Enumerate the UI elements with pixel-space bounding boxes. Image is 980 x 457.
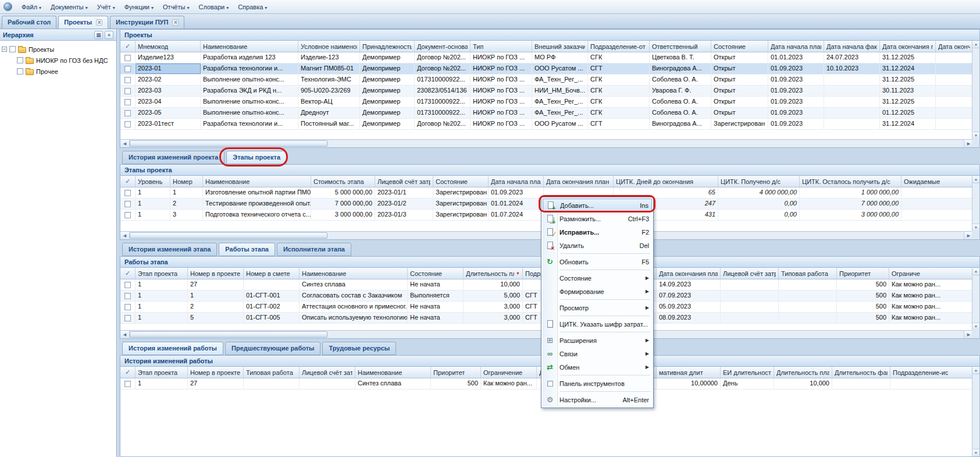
column-header[interactable]: Ответственный [650, 41, 711, 52]
column-header[interactable]: Состояние [408, 268, 464, 279]
section-tab[interactable]: Работы этапа [219, 243, 275, 256]
column-header[interactable]: Дата начала план [489, 176, 544, 187]
column-header[interactable]: Длительность пла [774, 367, 832, 378]
section-tab[interactable]: История изменений работы [122, 342, 223, 355]
window-tab-2[interactable]: Проекты [58, 16, 108, 29]
tree-item-root[interactable]: Проекты [2, 44, 115, 55]
context-menu-item[interactable]: Настройки...Alt+Enter [543, 393, 652, 406]
column-header[interactable]: ✓ [120, 367, 136, 378]
context-menu-item[interactable]: Просмотр [543, 301, 652, 314]
context-menu-item[interactable]: Состояние [543, 271, 652, 285]
column-header[interactable]: Номер в проекте [188, 367, 244, 378]
column-header[interactable]: Подразделение-ис [890, 367, 973, 378]
column-header[interactable]: Ожидаемые [901, 176, 973, 187]
context-menu-item[interactable]: Исправить...F2 [543, 225, 652, 239]
column-header[interactable]: ЕИ длительности [721, 367, 774, 378]
context-menu-item[interactable]: Формирование [543, 285, 652, 298]
column-header[interactable]: Приоритет [837, 268, 889, 279]
row-checkbox[interactable] [124, 121, 131, 127]
scroll-left-icon[interactable] [120, 140, 130, 147]
column-header[interactable]: Ограничение [481, 367, 537, 378]
row-checkbox[interactable] [124, 293, 131, 299]
scrollbar-thumb[interactable] [130, 331, 327, 338]
column-header[interactable]: ЦИТК. Получено д/с [718, 176, 800, 187]
column-header[interactable]: Типовая работа [244, 367, 300, 378]
menubar-item-6[interactable]: Словари [194, 1, 233, 13]
horizontal-scrollbar[interactable] [120, 139, 973, 147]
vertical-scrollbar[interactable] [972, 41, 979, 139]
table-row[interactable]: 2023-04Выполнение опытно-конс...Вектор-А… [120, 97, 973, 108]
scroll-left-icon[interactable] [120, 232, 130, 239]
row-checkbox[interactable] [124, 190, 131, 196]
tree-item-1[interactable]: НИОКР по ГОЗ без НДС [17, 55, 115, 66]
column-header[interactable]: Дата начала факт [824, 41, 880, 52]
column-header[interactable]: ЦИТК. Дней до окончания [614, 176, 718, 187]
context-menu-item[interactable]: Расширения [543, 334, 652, 347]
context-menu-item[interactable]: Панель инструментов [543, 377, 652, 390]
window-tab-1[interactable]: Рабочий стол [2, 16, 56, 29]
scroll-up-icon[interactable] [972, 41, 979, 48]
row-checkbox[interactable] [124, 282, 131, 288]
row-checkbox[interactable] [124, 66, 131, 72]
context-menu-item[interactable]: Добавить...Ins [543, 199, 652, 212]
row-checkbox[interactable] [124, 55, 131, 61]
menubar-item-2[interactable]: Документы [46, 1, 92, 13]
table-row[interactable]: 2023-03Разработка ЭКД и РКД н...905-U020… [120, 86, 973, 97]
column-header[interactable]: Номер [170, 176, 203, 187]
column-header[interactable]: Лицевой счёт затр [721, 268, 779, 279]
column-header[interactable]: Наименование [203, 176, 311, 187]
row-checkbox[interactable] [124, 304, 131, 310]
column-header[interactable]: мативная длит [657, 367, 721, 378]
row-checkbox[interactable] [124, 212, 131, 218]
column-header[interactable]: Наименование [300, 268, 408, 279]
column-header[interactable]: Состояние [433, 176, 489, 187]
window-tab-3[interactable]: Инструкции ПУП [110, 16, 184, 29]
context-menu-item[interactable]: УдалитьDel [543, 239, 652, 252]
context-menu-item[interactable]: Размножить...Ctrl+F3 [543, 212, 652, 225]
column-header[interactable]: Наименование [355, 367, 431, 378]
vertical-scrollbar[interactable] [972, 268, 979, 330]
column-header[interactable]: Дата окончания пл [880, 41, 936, 52]
tree-item-2[interactable]: Прочее [17, 66, 115, 77]
column-header[interactable]: Состояние [711, 41, 768, 52]
menubar-item-5[interactable]: Отчёты [158, 1, 194, 13]
column-header[interactable]: Длительность план [464, 268, 523, 279]
column-header[interactable]: Ограниче [889, 268, 973, 279]
column-header[interactable]: Подразделение-от [588, 41, 650, 52]
column-header[interactable]: Мнемокод [136, 41, 201, 52]
column-header[interactable]: ✓ [120, 176, 136, 187]
column-header[interactable]: Этап проекта [136, 268, 188, 279]
scrollbar-thumb[interactable] [130, 232, 327, 239]
column-header[interactable]: Внешний заказчик [532, 41, 588, 52]
collapse-node-icon[interactable] [2, 47, 7, 52]
scroll-up-icon[interactable] [972, 367, 979, 374]
scroll-down-icon[interactable] [972, 323, 979, 330]
tree-checkbox[interactable] [17, 57, 23, 63]
grid-view-icon[interactable] [94, 31, 103, 39]
row-checkbox[interactable] [124, 381, 131, 387]
row-checkbox[interactable] [124, 110, 131, 116]
column-header[interactable]: Типовая работа [779, 268, 837, 279]
table-row[interactable]: Изделие123Разработка изделия 123Изделие-… [120, 52, 973, 63]
menubar-item-4[interactable]: Функции [120, 1, 158, 13]
row-checkbox[interactable] [124, 201, 131, 207]
column-header[interactable]: Номер в проекте [188, 268, 244, 279]
table-row[interactable]: 2023-05Выполнение опытно-конс...Дредноут… [120, 108, 973, 119]
column-header[interactable]: Документ-основан [415, 41, 471, 52]
column-header[interactable]: Лицевой счёт затрат [375, 176, 433, 187]
vertical-scrollbar[interactable] [972, 176, 979, 231]
scroll-down-icon[interactable] [972, 132, 979, 139]
close-icon[interactable] [96, 19, 102, 26]
scroll-up-icon[interactable] [972, 176, 979, 183]
section-tab[interactable]: Трудовые ресурсы [322, 342, 396, 355]
menubar-item-1[interactable]: Файл [17, 1, 46, 13]
scroll-left-icon[interactable] [120, 331, 130, 338]
column-header[interactable]: Этап проекта [136, 367, 188, 378]
collapse-panel-icon[interactable] [105, 31, 113, 39]
column-header[interactable]: Дата окончания план [657, 268, 721, 279]
menubar-item-7[interactable]: Справка [233, 1, 272, 13]
row-checkbox[interactable] [124, 77, 131, 83]
tree-checkbox[interactable] [17, 68, 23, 75]
column-header[interactable]: Условное наименова [298, 41, 360, 52]
section-tab[interactable]: История изменений проекта [122, 151, 224, 164]
